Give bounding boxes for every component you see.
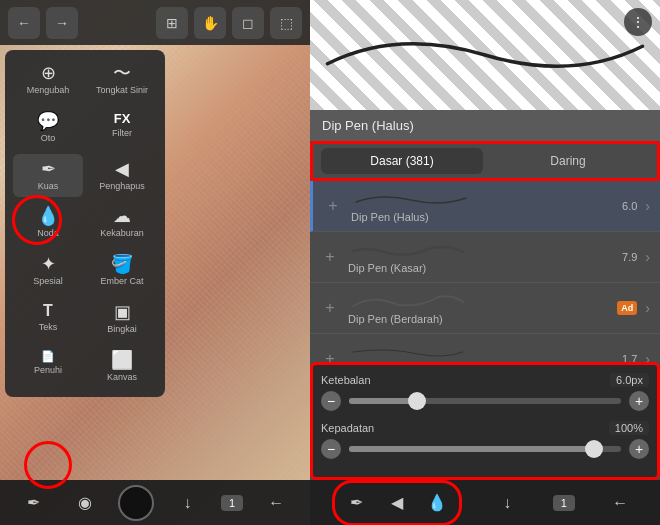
ketebalan-label: Ketebalan xyxy=(321,374,371,386)
smudge-bottom-right[interactable]: 💧 xyxy=(419,485,455,521)
kepadatan-label: Kepadatan xyxy=(321,422,374,434)
bottom-toolbar-left: ✒ ◉ ↓ 1 ← xyxy=(0,480,310,525)
eraser-bottom-right[interactable]: ◀ xyxy=(379,485,415,521)
hand-button[interactable]: ✋ xyxy=(194,7,226,39)
brush-stroke-2 xyxy=(348,240,599,260)
kepadatan-minus[interactable]: − xyxy=(321,439,341,459)
brush-arrow-4[interactable]: › xyxy=(645,351,650,362)
brush-value-1: 6.0 xyxy=(607,200,637,212)
tool-kanvas[interactable]: ⬜ Kanvas xyxy=(87,345,157,389)
ember-cat-label: Ember Cat xyxy=(100,276,143,287)
penghapus-label: Penghapus xyxy=(99,181,145,192)
tool-kekaburan[interactable]: ☁ Kekaburan xyxy=(87,201,157,245)
undo-button[interactable]: ← xyxy=(8,7,40,39)
penghapus-icon: ◀ xyxy=(115,160,129,178)
tool-spesial[interactable]: ✦ Spesial xyxy=(13,249,83,293)
left-panel: ← → ⊞ ✋ ◻ ⬚ ⊕ Mengubah 〜 Tongkat Sinir 💬… xyxy=(0,0,310,525)
brush-arrow-2[interactable]: › xyxy=(645,249,650,265)
back-arrow-button[interactable]: ← xyxy=(258,485,294,521)
brush-item-dip-pen-kasar[interactable]: + Dip Pen (Kasar) 7.9 › xyxy=(310,232,660,283)
brush-arrow-1[interactable]: › xyxy=(645,198,650,214)
tongkat-sinir-icon: 〜 xyxy=(113,64,131,82)
ketebalan-thumb xyxy=(408,392,426,410)
add-brush-4[interactable]: + xyxy=(320,349,340,362)
tool-tongkat-sinir[interactable]: 〜 Tongkat Sinir xyxy=(87,58,157,102)
tool-kuas[interactable]: ✒ Kuas xyxy=(13,154,83,198)
brush-bottom-right[interactable]: ✒ xyxy=(339,485,375,521)
noda-label: Noda xyxy=(37,228,59,239)
page-number-right[interactable]: 1 xyxy=(553,495,575,511)
ketebalan-track: − + xyxy=(321,391,649,411)
tool-grid: ⊕ Mengubah 〜 Tongkat Sinir 💬 Oto FX Filt… xyxy=(5,50,165,397)
layer-button[interactable]: ⬚ xyxy=(270,7,302,39)
tool-penghapus[interactable]: ◀ Penghapus xyxy=(87,154,157,198)
brush-preview-area: ⋮ xyxy=(310,0,660,110)
bottom-toolbar-right: ✒ ◀ 💧 ↓ 1 ← xyxy=(310,480,660,525)
add-brush-3[interactable]: + xyxy=(320,298,340,318)
brush-preview-2: Dip Pen (Kasar) xyxy=(348,240,599,274)
tool-penuhi[interactable]: 📄 Penuhi xyxy=(13,345,83,389)
color-swatch[interactable] xyxy=(118,485,154,521)
spesial-icon: ✦ xyxy=(41,255,56,273)
down-arrow-button[interactable]: ↓ xyxy=(170,485,206,521)
redo-button[interactable]: → xyxy=(46,7,78,39)
more-options-button[interactable]: ⋮ xyxy=(624,8,652,36)
kanvas-label: Kanvas xyxy=(107,372,137,383)
grid-button[interactable]: ⊞ xyxy=(156,7,188,39)
add-brush-1[interactable]: + xyxy=(323,196,343,216)
tool-teks[interactable]: T Teks xyxy=(13,297,83,341)
brush-item-felt-tip[interactable]: + Felt Tip Pen (Halus) 1.7 › xyxy=(310,334,660,362)
bingkai-icon: ▣ xyxy=(114,303,131,321)
brush-name-text: Dip Pen (Halus) xyxy=(322,118,414,133)
ad-badge: Ad xyxy=(617,301,637,315)
sliders-area: Ketebalan 6.0px − + Kepadatan 100% − xyxy=(310,362,660,480)
brush-stroke-svg xyxy=(310,0,660,110)
kepadatan-thumb xyxy=(585,440,603,458)
tool-fx[interactable]: FX Filter xyxy=(87,106,157,150)
tool-ember-cat[interactable]: 🪣 Ember Cat xyxy=(87,249,157,293)
ketebalan-label-row: Ketebalan 6.0px xyxy=(321,373,649,387)
kepadatan-bar[interactable] xyxy=(349,446,621,452)
brush-item-dip-pen-halus[interactable]: + Dip Pen (Halus) 6.0 › xyxy=(310,181,660,232)
brush-preview-3: Dip Pen (Berdarah) xyxy=(348,291,609,325)
down-arrow-right[interactable]: ↓ xyxy=(489,485,525,521)
teks-label: Teks xyxy=(39,322,58,333)
brush-list: + Dip Pen (Halus) 6.0 › + xyxy=(310,181,660,362)
bingkai-label: Bingkai xyxy=(107,324,137,335)
tab-daring[interactable]: Daring xyxy=(487,148,649,174)
brush-preview-4: Felt Tip Pen (Halus) xyxy=(348,342,599,362)
filter-button[interactable]: ◉ xyxy=(67,485,103,521)
ketebalan-value: 6.0px xyxy=(610,373,649,387)
brush-select-button[interactable]: ✒ xyxy=(16,485,52,521)
tool-mengubah[interactable]: ⊕ Mengubah xyxy=(13,58,83,102)
highlight-e: ✒ ◀ 💧 xyxy=(332,480,462,526)
page-number[interactable]: 1 xyxy=(221,495,243,511)
ketebalan-plus[interactable]: + xyxy=(629,391,649,411)
fx-icon: FX xyxy=(114,112,131,125)
ketebalan-fill xyxy=(349,398,417,404)
ember-cat-icon: 🪣 xyxy=(111,255,133,273)
ketebalan-minus[interactable]: − xyxy=(321,391,341,411)
brush-bottom-icon: ✒ xyxy=(27,493,40,512)
brush-stroke-3 xyxy=(348,291,609,311)
fx-label: Filter xyxy=(112,128,132,139)
tool-noda[interactable]: 💧 Noda xyxy=(13,201,83,245)
tool-oto[interactable]: 💬 Oto xyxy=(13,106,83,150)
kuas-icon: ✒ xyxy=(41,160,56,178)
brush-stroke-4 xyxy=(348,342,599,362)
ketebalan-bar[interactable] xyxy=(349,398,621,404)
add-brush-2[interactable]: + xyxy=(320,247,340,267)
tab-dasar[interactable]: Dasar (381) xyxy=(321,148,483,174)
back-arrow-right[interactable]: ← xyxy=(602,485,638,521)
tool-bingkai[interactable]: ▣ Bingkai xyxy=(87,297,157,341)
filter-icon: ◉ xyxy=(78,493,92,512)
kepadatan-label-row: Kepadatan 100% xyxy=(321,421,649,435)
brush-arrow-3[interactable]: › xyxy=(645,300,650,316)
teks-icon: T xyxy=(43,303,53,319)
eraser-top-button[interactable]: ◻ xyxy=(232,7,264,39)
brush-value-4: 1.7 xyxy=(607,353,637,362)
oto-icon: 💬 xyxy=(37,112,59,130)
kepadatan-plus[interactable]: + xyxy=(629,439,649,459)
brush-item-dip-pen-berdarah[interactable]: + Dip Pen (Berdarah) Ad › xyxy=(310,283,660,334)
kanvas-icon: ⬜ xyxy=(111,351,133,369)
